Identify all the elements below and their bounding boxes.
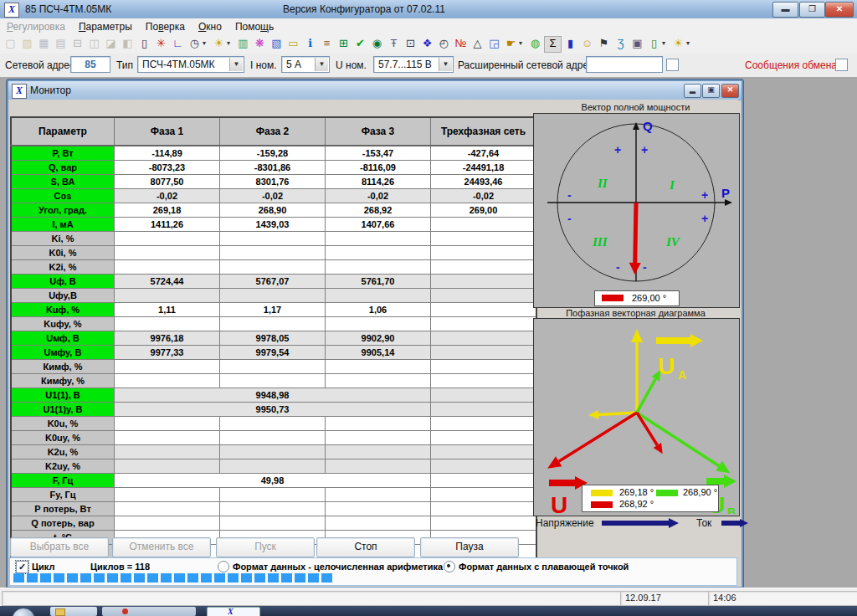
param-cell[interactable]: U1(1)у, В <box>11 403 115 417</box>
open-file-icon[interactable]: ▨ <box>19 36 35 51</box>
flag-icon[interactable]: ⚑ <box>596 36 612 51</box>
param-cell[interactable]: Fу, Гц <box>11 488 115 502</box>
param-cell[interactable]: K0u, % <box>11 417 115 431</box>
image-zoom-icon[interactable]: ◲ <box>486 36 502 51</box>
param-cell[interactable]: S, ВА <box>11 175 115 189</box>
param-cell[interactable]: F, Гц <box>11 474 115 488</box>
menu-item-параметры[interactable]: Параметры <box>72 18 139 35</box>
write-device-icon[interactable]: ◪ <box>103 36 119 51</box>
menu-item-окно[interactable]: Окно <box>192 18 228 35</box>
hand-cursor-icon[interactable]: ☛ <box>503 36 519 51</box>
calendar-pencil-icon[interactable]: ▣ <box>629 36 645 51</box>
earth-icon[interactable]: ◍ <box>527 36 543 51</box>
param-cell[interactable]: Uф, В <box>11 275 115 289</box>
button-пауза[interactable]: Пауза <box>420 537 519 557</box>
scales-icon[interactable]: Ŧ <box>386 36 402 51</box>
param-cell[interactable]: Kuф, % <box>11 303 115 317</box>
numbers-icon[interactable]: № <box>453 36 469 51</box>
compare-icon[interactable]: ◧ <box>120 36 136 51</box>
radio-integer-format[interactable] <box>218 561 229 572</box>
menu-item-поверка[interactable]: Поверка <box>139 18 192 35</box>
param-cell[interactable]: U1(1), В <box>11 388 115 403</box>
window-icon[interactable]: ❖ <box>419 36 435 51</box>
restore-button[interactable]: ❐ <box>799 2 825 18</box>
eye-icon[interactable]: ◉ <box>369 36 385 51</box>
radio-float-format[interactable] <box>444 561 455 572</box>
bar-chart-icon[interactable]: ▥ <box>235 36 251 51</box>
clock-icon[interactable]: ◷ <box>187 36 203 51</box>
param-cell[interactable]: K0i, % <box>11 246 115 260</box>
save-all-icon[interactable]: ▤ <box>53 36 69 51</box>
param-cell[interactable]: Uфу,В <box>11 289 115 303</box>
folder-taskbar-button[interactable] <box>50 607 97 616</box>
extended-address-checkbox[interactable] <box>666 59 679 71</box>
exchange-messages-checkbox[interactable] <box>835 59 848 71</box>
param-cell[interactable]: K0uу, % <box>11 431 115 445</box>
recorder-taskbar-button[interactable] <box>102 607 196 616</box>
calendar-picture-icon[interactable]: ▧ <box>269 36 285 51</box>
menu-item-помощь[interactable]: Помощь <box>228 18 280 35</box>
param-cell[interactable]: Ki, % <box>11 232 115 246</box>
info-icon[interactable]: ℹ <box>302 36 318 51</box>
extended-address-input[interactable] <box>586 56 663 73</box>
start-orb[interactable] <box>12 608 35 616</box>
param-cell[interactable]: Кимф, % <box>11 360 115 374</box>
print-icon[interactable]: ⊟ <box>69 36 85 51</box>
monitor-minimize-button[interactable]: ▂ <box>684 84 701 98</box>
read-device-icon[interactable]: ◫ <box>86 36 102 51</box>
param-cell[interactable]: Uмф, В <box>11 331 115 346</box>
cycle-checkbox[interactable]: ✓ <box>16 561 28 573</box>
param-cell[interactable]: I, мА <box>11 218 115 232</box>
lamp-icon-dropdown[interactable]: ▾ <box>227 35 234 52</box>
colors-icon[interactable]: ❋ <box>252 36 268 51</box>
save-icon[interactable]: ▦ <box>36 36 52 51</box>
inom-combobox[interactable]: 5 А ▼ <box>281 56 330 73</box>
param-cell[interactable]: K2uу, % <box>11 459 115 474</box>
monitor-icon[interactable]: ⊡ <box>403 36 418 51</box>
device-card-icon[interactable]: ▯ <box>136 36 152 51</box>
network-address-input[interactable]: 85 <box>70 56 110 73</box>
param-cell[interactable]: P потерь, Вт <box>11 502 115 516</box>
param-cell[interactable]: K2i, % <box>11 260 115 275</box>
alarm-star-icon[interactable]: ✳ <box>153 36 169 51</box>
phone-icon-dropdown[interactable]: ▾ <box>662 35 670 52</box>
monitor-close-button[interactable]: ✕ <box>721 84 739 98</box>
stopwatch-icon[interactable]: ◴ <box>436 36 452 51</box>
lamp-icon[interactable]: ☀ <box>211 36 227 51</box>
chevron-down-icon[interactable]: ▼ <box>439 58 452 71</box>
check-icon[interactable]: ✔ <box>352 36 368 51</box>
jug-icon[interactable]: Ʒ <box>613 36 629 51</box>
monitor-titlebar[interactable]: X Монитор ▂ ▣ ✕ <box>8 81 742 100</box>
close-button[interactable]: ✕ <box>825 2 854 18</box>
monitor-maximize-button[interactable]: ▣ <box>702 84 720 98</box>
hand-cursor-icon-dropdown[interactable]: ▾ <box>519 35 526 52</box>
battery-icon[interactable]: ▮ <box>562 36 578 51</box>
lamp2-icon-dropdown[interactable]: ▾ <box>686 35 694 52</box>
param-cell[interactable]: Q потерь, вар <box>11 516 115 531</box>
configurator-taskbar-button[interactable]: X <box>207 607 260 616</box>
unom-combobox[interactable]: 57.7...115 В ▼ <box>373 56 454 73</box>
notepad-icon[interactable]: ▭ <box>285 36 301 51</box>
new-document-icon[interactable]: ▢ <box>3 36 18 51</box>
param-cell[interactable]: Uмфу, В <box>11 346 115 360</box>
chevron-down-icon[interactable]: ▼ <box>229 58 243 71</box>
param-cell[interactable]: Угол, град. <box>11 203 115 218</box>
plot-icon[interactable]: ∟ <box>170 36 186 51</box>
journal-icon[interactable]: ≡ <box>319 36 335 51</box>
sum-icon[interactable]: Σ <box>544 36 562 53</box>
phone-icon[interactable]: ▯ <box>646 36 662 51</box>
button-стоп[interactable]: Стоп <box>316 537 415 557</box>
smiley-icon[interactable]: ☺ <box>579 36 595 51</box>
alarm-triangle-icon[interactable]: △ <box>470 36 485 51</box>
clock-icon-dropdown[interactable]: ▾ <box>203 35 210 52</box>
table-icon[interactable]: ⊞ <box>336 36 352 51</box>
param-cell[interactable]: Q, вар <box>11 161 115 175</box>
type-combobox[interactable]: ПСЧ-4ТМ.05МК ▼ <box>137 56 244 73</box>
lamp2-icon[interactable]: ☀ <box>670 36 686 51</box>
chevron-down-icon[interactable]: ▼ <box>315 58 328 71</box>
param-cell[interactable]: Cos <box>11 189 115 203</box>
minimize-button[interactable]: ▬ <box>772 2 798 18</box>
param-cell[interactable]: P, Вт <box>11 146 115 161</box>
param-cell[interactable]: Kuфу, % <box>11 317 115 331</box>
param-cell[interactable]: Кимфу, % <box>11 374 115 388</box>
